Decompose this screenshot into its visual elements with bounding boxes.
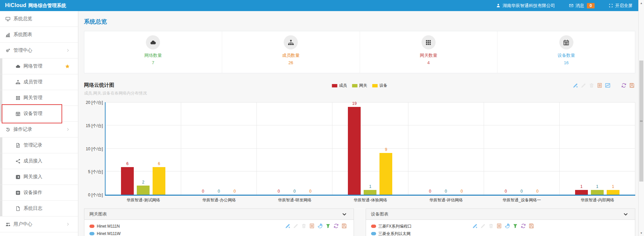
bottom-panels: 网关图表Hinet M111NHinet M111W设备图表三菱FX系列编程口三… — [84, 208, 635, 236]
fullscreen-button[interactable]: 开启全屏 — [609, 3, 633, 9]
scrollbar-down-arrow[interactable]: ▼ — [639, 230, 644, 236]
bar-chart-icon[interactable] — [613, 83, 618, 88]
bar-value-label: 2 — [142, 180, 145, 185]
panel-legend-item[interactable]: 三菱全系列以太网 — [371, 230, 630, 236]
bar-value-label: 1 — [580, 184, 583, 189]
sidebar-item-network-mgmt[interactable]: 网络管理 — [0, 58, 78, 74]
share-square-icon — [15, 174, 21, 180]
sitemap-icon — [15, 80, 21, 85]
clear-trash-icon[interactable] — [589, 83, 594, 88]
line-chart-icon[interactable] — [605, 83, 610, 88]
fullscreen-icon — [609, 3, 613, 8]
refresh-icon[interactable] — [521, 223, 526, 229]
sidebar-item-user-center[interactable]: 用户中心 — [0, 217, 78, 232]
unmark-pencil-icon[interactable] — [581, 83, 586, 88]
legend-swatch — [332, 84, 337, 87]
sidebar-item-label: 成员接入 — [24, 158, 42, 164]
refresh-icon[interactable] — [621, 83, 627, 88]
panel-body: Hinet M111NHinet M111W — [84, 220, 354, 236]
mark-pencil-icon[interactable] — [285, 223, 290, 229]
pie-chart-icon[interactable] — [505, 223, 510, 229]
unmark-pencil-icon[interactable] — [480, 223, 486, 229]
bar-value-label: 0 — [234, 189, 236, 194]
scrollbar-thumb[interactable] — [639, 61, 643, 182]
legend-swatch — [372, 84, 378, 87]
funnel-icon[interactable] — [513, 223, 518, 229]
panel-toolbox — [472, 223, 534, 229]
app-screen: HiCloud 网络综合管理系统 湖南华辰智通科技有限公司 消息 0 开启全屏 … — [0, 0, 644, 236]
panel-header[interactable]: 网关图表 — [84, 209, 354, 220]
category-column: 000 — [484, 102, 560, 195]
bar-value-label: 0 — [202, 189, 204, 194]
sidebar-item-gateway-mgmt[interactable]: 网关管理 — [0, 90, 78, 106]
save-image-icon[interactable] — [529, 223, 534, 229]
save-image-icon[interactable] — [341, 223, 347, 229]
chevron-down-icon[interactable] — [342, 212, 347, 217]
data-view-icon[interactable] — [309, 223, 315, 229]
sidebar-item-device-ops[interactable]: 设备操作 — [0, 185, 78, 201]
bar-成员[interactable]: 19 — [348, 107, 361, 195]
mark-pencil-icon[interactable] — [573, 83, 578, 88]
bar-group: 111 — [575, 190, 619, 195]
sidebar-item-gateway-access[interactable]: 网关接入 — [0, 169, 78, 185]
panel-toolbox — [285, 223, 347, 229]
y-tick-label: 15 [个/台] — [86, 123, 103, 129]
gears-icon — [5, 48, 10, 53]
panel-header[interactable]: 设备图表 — [366, 209, 635, 220]
app-brand[interactable]: HiCloud 网络综合管理系统 — [5, 2, 66, 9]
sidebar-item-label: 用户中心 — [13, 221, 32, 227]
bar-成员[interactable]: 6 — [121, 167, 134, 195]
x-axis-category-label: 华辰智通-内部网络 — [560, 197, 635, 203]
sidebar-item-member-mgmt[interactable]: 成员管理 — [0, 74, 78, 90]
stat-card[interactable]: 成员数量26 — [222, 31, 360, 73]
chevron-down-icon[interactable] — [623, 212, 628, 217]
sidebar-item-op-records[interactable]: 操作记录 — [0, 122, 78, 137]
sidebar-item-mgmt-records[interactable]: 管理记录 — [0, 137, 78, 153]
legend-item[interactable]: 设备 — [372, 83, 388, 88]
data-view-icon[interactable] — [597, 83, 602, 88]
clear-trash-icon[interactable] — [301, 223, 307, 229]
desktop-icon — [5, 16, 10, 22]
x-axis-category-label: 华辰智通-研发网络 — [257, 197, 332, 203]
bar-成员[interactable]: 1 — [575, 190, 588, 195]
clear-trash-icon[interactable] — [488, 223, 494, 229]
chart-toolbox — [573, 83, 635, 88]
pie-chart-icon[interactable] — [317, 223, 323, 229]
stat-card[interactable]: 设备数量16 — [497, 31, 635, 73]
file-text-icon — [15, 143, 21, 148]
messages-count-badge: 0 — [587, 3, 595, 8]
sidebar-item-device-mgmt[interactable]: 设备管理 — [0, 106, 78, 122]
sidebar-item-system-log[interactable]: 系统日志 — [0, 201, 78, 217]
sidebar-item-system-charts[interactable]: 系统图表 — [0, 27, 78, 43]
chart-header: 网络云统计图 成员,网关,设备在各网络内分布情况 成员网关设备 — [84, 82, 635, 97]
bar-网关[interactable]: 2 — [137, 186, 150, 195]
bar-网关[interactable]: 1 — [364, 190, 376, 195]
bar-网关[interactable]: 1 — [591, 190, 604, 195]
bar-设备[interactable]: 9 — [379, 153, 392, 195]
unmark-pencil-icon[interactable] — [293, 223, 298, 229]
panel-legend-label: 三菱FX系列编程口 — [378, 224, 412, 229]
stat-card[interactable]: 网络数量7 — [84, 31, 222, 73]
messages-button[interactable]: 消息 0 — [569, 3, 595, 9]
bar-设备[interactable]: 1 — [607, 190, 619, 195]
sidebar-item-overview[interactable]: 系统总览 — [0, 11, 78, 27]
refresh-icon[interactable] — [333, 223, 339, 229]
sidebar-item-member-access[interactable]: 成员接入 — [0, 153, 78, 169]
save-image-icon[interactable] — [629, 83, 635, 88]
data-view-icon[interactable] — [496, 223, 502, 229]
panel-legend-item[interactable]: Hinet M111W — [89, 230, 349, 236]
legend-item[interactable]: 成员 — [332, 83, 347, 88]
stat-card[interactable]: 网关数量4 — [360, 31, 498, 73]
vertical-scrollbar[interactable]: ▲ ▼ — [638, 0, 644, 236]
legend-item[interactable]: 网关 — [352, 83, 367, 88]
scrollbar-up-arrow[interactable]: ▲ — [639, 0, 644, 6]
mark-pencil-icon[interactable] — [472, 223, 478, 229]
sidebar-item-mgmt-center[interactable]: 管理中心 — [0, 43, 78, 58]
funnel-icon[interactable] — [325, 223, 331, 229]
network-cloud-chart-section: 网络云统计图 成员,网关,设备在各网络内分布情况 成员网关设备 0 [个/台]5… — [84, 82, 635, 203]
bar-设备[interactable]: 6 — [153, 167, 165, 195]
sidebar-item-label: 系统总览 — [13, 16, 32, 22]
panel-body: 三菱FX系列编程口三菱全系列以太网 — [366, 220, 635, 236]
chart-subtitle: 成员,网关,设备在各网络内分布情况 — [84, 90, 635, 96]
company-menu[interactable]: 湖南华辰智通科技有限公司 — [496, 3, 555, 9]
